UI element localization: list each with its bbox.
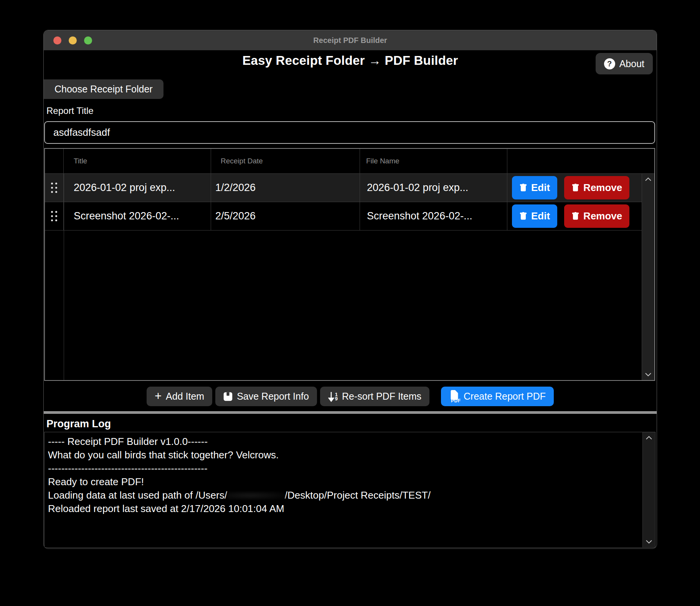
log-line: Ready to create PDF! <box>48 475 638 489</box>
plus-icon: + <box>155 390 162 402</box>
create-report-pdf-label: Create Report PDF <box>464 391 546 402</box>
redacted-username <box>227 491 285 500</box>
column-header-title: Title <box>64 149 211 173</box>
report-title-label: Report Title <box>46 105 657 116</box>
about-button-label: About <box>619 58 644 69</box>
table-scrollbar[interactable] <box>642 174 654 380</box>
log-line: Loading data at last used path of /Users… <box>48 489 638 502</box>
column-header-actions <box>507 149 642 173</box>
log-line: ----------------------------------------… <box>48 462 638 475</box>
pdf-file-icon: PDF <box>449 390 459 403</box>
trash-icon <box>519 184 527 192</box>
remove-button[interactable]: Remove <box>564 204 629 228</box>
column-header-receipt-date: Receipt Date <box>211 149 360 173</box>
report-title-input[interactable] <box>44 121 655 144</box>
edit-button[interactable]: Edit <box>512 204 557 228</box>
trash-icon <box>519 212 527 220</box>
row-actions-cell: Edit Remove <box>507 202 642 230</box>
save-report-info-label: Save Report Info <box>237 391 309 402</box>
titlebar[interactable]: Receipt PDF Builder <box>44 30 657 50</box>
log-scrollbar[interactable] <box>642 432 655 547</box>
row-title-cell: Screenshot 2026-02-... <box>64 202 211 230</box>
scroll-up-icon[interactable] <box>645 435 653 440</box>
row-file-cell: 2026-01-02 proj exp... <box>360 174 507 202</box>
action-button-row: + Add Item Save Report Info 1 9 Re-sort … <box>44 387 657 406</box>
trash-icon <box>571 212 579 220</box>
add-item-button[interactable]: + Add Item <box>147 387 212 406</box>
table-row[interactable]: 2026-01-02 proj exp... 1/2/2026 2026-01-… <box>45 174 654 202</box>
app-window: Receipt PDF Builder Easy Receipt Folder … <box>43 30 657 549</box>
table-body: 2026-01-02 proj exp... 1/2/2026 2026-01-… <box>45 174 654 380</box>
drag-handle-icon[interactable] <box>45 202 64 230</box>
edit-button-label: Edit <box>531 210 550 222</box>
drag-column-header <box>45 149 64 173</box>
scroll-down-icon[interactable] <box>644 372 652 377</box>
scroll-down-icon[interactable] <box>645 540 653 544</box>
remove-button-label: Remove <box>583 182 622 194</box>
row-title-cell: 2026-01-02 proj exp... <box>64 174 211 202</box>
receipt-items-table: Title Receipt Date File Name 2026-01-02 … <box>44 148 655 381</box>
log-line: Reloaded report last saved at 2/17/2026 … <box>48 502 638 515</box>
row-actions-cell: Edit Remove <box>507 174 642 202</box>
page-title: Easy Receipt Folder → PDF Builder <box>44 53 657 68</box>
program-log-output[interactable]: ----- Receipt PDF Builder v1.0.0------ W… <box>44 432 655 548</box>
add-item-label: Add Item <box>166 391 204 402</box>
table-row[interactable]: Screenshot 2026-02-... 2/5/2026 Screensh… <box>45 202 654 231</box>
drag-handle-icon[interactable] <box>45 174 64 202</box>
header: Easy Receipt Folder → PDF Builder ? Abou… <box>44 50 657 75</box>
choose-receipt-folder-button[interactable]: Choose Receipt Folder <box>44 79 163 99</box>
log-line: What do you call birds that stick togeth… <box>48 448 638 462</box>
remove-button[interactable]: Remove <box>564 176 629 199</box>
row-date-cell: 2/5/2026 <box>211 202 360 230</box>
edit-button[interactable]: Edit <box>512 176 557 199</box>
row-file-cell: Screenshot 2026-02-... <box>360 202 507 230</box>
resort-pdf-items-button[interactable]: 1 9 Re-sort PDF Items <box>320 387 429 406</box>
trash-icon <box>571 184 579 192</box>
scroll-up-icon[interactable] <box>644 177 652 181</box>
column-divider <box>64 174 64 380</box>
log-line: ----- Receipt PDF Builder v1.0.0------ <box>48 435 638 448</box>
resort-pdf-items-label: Re-sort PDF Items <box>342 391 421 402</box>
program-log-heading: Program Log <box>46 418 657 430</box>
create-report-pdf-button[interactable]: PDF Create Report PDF <box>441 387 554 406</box>
table-header-row: Title Receipt Date File Name <box>45 149 654 174</box>
choose-receipt-folder-label: Choose Receipt Folder <box>54 84 153 95</box>
sort-numeric-down-icon: 1 9 <box>328 391 338 402</box>
column-header-file-name: File Name <box>360 149 507 173</box>
splitter-handle[interactable] <box>44 411 657 414</box>
save-report-info-button[interactable]: Save Report Info <box>215 387 317 406</box>
edit-button-label: Edit <box>531 182 550 194</box>
remove-button-label: Remove <box>583 210 622 222</box>
row-date-cell: 1/2/2026 <box>211 174 360 202</box>
window-title: Receipt PDF Builder <box>44 36 657 45</box>
save-icon <box>223 392 233 401</box>
program-log-section: Program Log ----- Receipt PDF Builder v1… <box>44 414 657 548</box>
about-button[interactable]: ? About <box>596 53 653 74</box>
question-icon: ? <box>604 58 615 69</box>
